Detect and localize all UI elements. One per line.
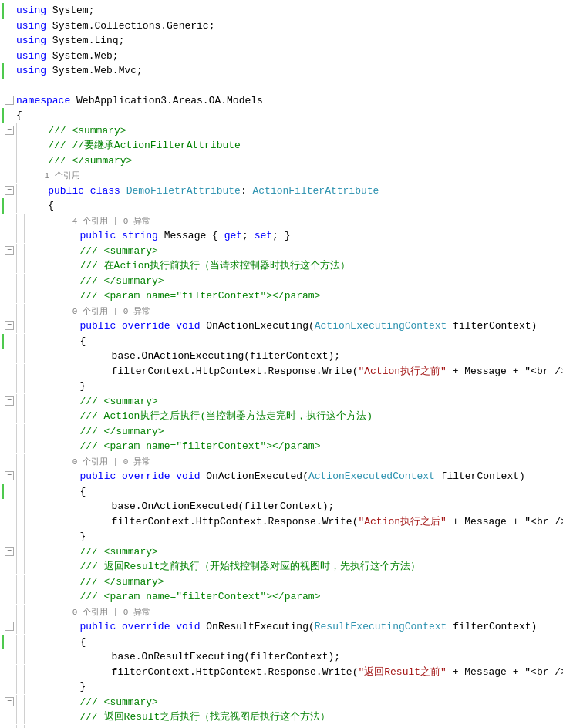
- code-line: 0 个引用 | 0 异常: [0, 605, 563, 620]
- code-text: /// 返回Result之后执行（找完视图后执行这个方法）: [32, 709, 561, 725]
- fold-gutter: [4, 349, 16, 349]
- indent-guide: [16, 184, 24, 198]
- fold-gutter: [4, 499, 16, 500]
- fold-gutter[interactable]: −: [4, 695, 16, 709]
- code-line: /// 返回Result之前执行（开始找控制器对应的视图时，先执行这个方法）: [0, 559, 563, 575]
- fold-gutter: [4, 424, 16, 425]
- code-text: /// Action执行之后执行(当控制器方法走完时，执行这个方法): [32, 409, 561, 424]
- code-text: using System.Linq;: [16, 33, 561, 49]
- green-bar: [2, 108, 4, 123]
- fold-gutter: [4, 454, 16, 455]
- fold-gutter: [4, 258, 16, 259]
- green-bar: [2, 334, 4, 349]
- code-line: base.OnResultExecuting(filterContext);: [0, 649, 563, 665]
- indent-guide: [16, 274, 24, 288]
- fold-gutter[interactable]: −: [4, 184, 16, 197]
- fold-icon[interactable]: −: [5, 547, 14, 556]
- fold-gutter: [4, 409, 16, 410]
- code-text: /// </summary>: [32, 424, 561, 440]
- indent-guide: [16, 454, 24, 469]
- fold-icon[interactable]: −: [5, 697, 14, 706]
- code-line: using System.Linq;: [0, 33, 563, 49]
- fold-gutter: [4, 108, 16, 109]
- fold-gutter: [4, 559, 16, 560]
- indent-guide: [16, 364, 24, 379]
- indent-guide: [24, 709, 32, 724]
- indent-guide: [16, 318, 24, 333]
- code-text: /// 返回Result之前执行（开始找控制器对应的视图时，先执行这个方法）: [32, 559, 561, 575]
- code-text: /// <param name="filterContext"></param>: [32, 288, 561, 304]
- code-line: − public override void OnResultExecuting…: [0, 619, 563, 635]
- fold-gutter: [4, 665, 16, 666]
- indent-guide: [16, 198, 24, 213]
- code-text: public class DemoFiletrAttribute: Action…: [24, 184, 561, 199]
- code-text: {: [32, 334, 561, 349]
- code-line: {: [0, 334, 563, 349]
- code-text: using System.Web.Mvc;: [16, 63, 561, 79]
- code-text: /// 在Action执行前执行（当请求控制器时执行这个方法）: [32, 258, 561, 274]
- indent-guide: [24, 394, 32, 409]
- code-text: /// <summary>: [32, 244, 561, 259]
- code-line: base.OnActionExecuted(filterContext);: [0, 499, 563, 514]
- code-text: public override void OnActionExecuted(Ac…: [32, 469, 561, 484]
- code-line: /// </summary>: [0, 424, 563, 440]
- code-line: {: [0, 108, 563, 123]
- indent-guide: [16, 153, 24, 168]
- code-text: 0 个引用 | 0 异常: [32, 605, 561, 620]
- code-text: /// <summary>: [32, 544, 561, 560]
- fold-icon[interactable]: −: [5, 396, 14, 406]
- indent-guide: [16, 123, 24, 138]
- fold-gutter[interactable]: −: [4, 93, 16, 107]
- fold-icon[interactable]: −: [5, 96, 14, 105]
- fold-gutter: [4, 334, 16, 335]
- code-line: using System.Collections.Generic;: [0, 19, 563, 34]
- fold-gutter: [4, 725, 16, 726]
- code-text: /// <param name="filterContext"></param>: [32, 439, 561, 454]
- code-line: }: [0, 379, 563, 394]
- indent-guide: [16, 138, 24, 153]
- code-text: using System;: [16, 3, 561, 19]
- code-line: /// </summary>: [0, 725, 563, 729]
- fold-gutter[interactable]: −: [4, 394, 16, 408]
- fold-gutter: [4, 138, 16, 139]
- code-line: {: [0, 198, 563, 214]
- indent-guide: [24, 274, 32, 288]
- indent-guide: [24, 725, 32, 729]
- code-line: − public class DemoFiletrAttribute: Acti…: [0, 184, 563, 199]
- code-line: − /// <summary>: [0, 544, 563, 560]
- fold-gutter[interactable]: −: [4, 619, 16, 633]
- fold-icon[interactable]: −: [5, 622, 14, 631]
- indent-guide: [32, 499, 39, 514]
- fold-icon[interactable]: −: [5, 246, 14, 255]
- fold-icon[interactable]: −: [5, 186, 14, 195]
- indent-guide: [16, 665, 24, 679]
- fold-gutter[interactable]: −: [4, 318, 16, 332]
- code-line: [0, 79, 563, 93]
- code-text: {: [24, 198, 561, 214]
- indent-guide: [24, 484, 32, 499]
- code-text: filterContext.HttpContext.Response.Write…: [39, 514, 563, 530]
- fold-gutter[interactable]: −: [4, 469, 16, 483]
- code-editor: using System;using System.Collections.Ge…: [0, 0, 563, 728]
- indent-guide: [16, 258, 24, 273]
- indent-guide: [16, 394, 24, 409]
- code-text: namespace WebApplication3.Areas.OA.Model…: [16, 93, 561, 109]
- indent-guide: [16, 469, 24, 484]
- indent-guide: [24, 424, 32, 439]
- code-line: 1 个引用: [0, 168, 563, 184]
- fold-gutter[interactable]: −: [4, 123, 16, 137]
- code-line: − /// <summary>: [0, 394, 563, 410]
- code-text: /// </summary>: [32, 725, 561, 729]
- code-text: /// //要继承ActionFilterAttribute: [24, 138, 561, 153]
- fold-icon[interactable]: −: [5, 126, 14, 135]
- indent-guide: [16, 244, 24, 258]
- fold-gutter: [4, 274, 16, 275]
- fold-gutter[interactable]: −: [4, 544, 16, 558]
- fold-gutter[interactable]: −: [4, 244, 16, 258]
- code-line: base.OnActionExecuting(filterContext);: [0, 349, 563, 364]
- code-line: /// Action执行之后执行(当控制器方法走完时，执行这个方法): [0, 409, 563, 424]
- fold-icon[interactable]: −: [5, 471, 14, 480]
- indent-guide: [24, 349, 32, 363]
- indent-guide: [16, 679, 24, 694]
- fold-icon[interactable]: −: [5, 321, 14, 330]
